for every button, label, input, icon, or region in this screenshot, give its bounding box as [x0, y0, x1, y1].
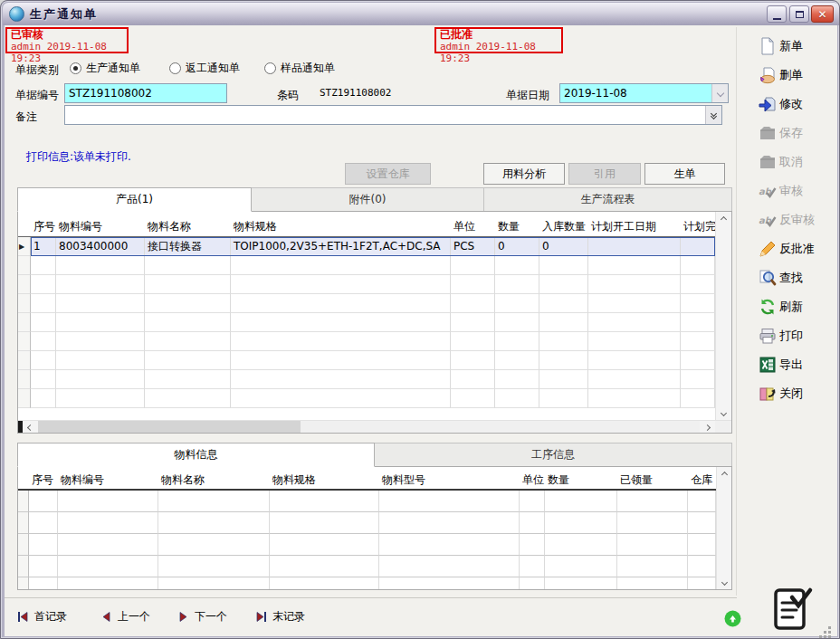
column-header: 已领量 [617, 472, 688, 488]
scrollbar-thumb[interactable] [38, 421, 301, 434]
close-button[interactable] [811, 5, 834, 23]
button-label: 生单 [674, 167, 696, 182]
cell [681, 389, 715, 408]
cell [588, 389, 681, 408]
cell [451, 351, 495, 370]
maximize-button[interactable] [789, 5, 809, 23]
last-record-button[interactable]: 末记录 [255, 609, 305, 625]
table-row[interactable]: 1 8003400000 接口转换器 TOIP1000,2V35+ETH-1F2… [18, 237, 715, 256]
new-order-button[interactable]: 新单 [754, 35, 835, 57]
cell [688, 577, 716, 589]
find-button[interactable]: 查找 [754, 267, 835, 289]
modify-button[interactable]: 修改 [754, 93, 835, 115]
tab-production-flow[interactable]: 生产流程表 [484, 187, 732, 212]
export-button[interactable]: 导出 [754, 354, 835, 376]
cell [688, 534, 716, 556]
cell [588, 275, 681, 294]
doc-date-dropdown-button[interactable] [711, 84, 728, 102]
close-icon [817, 8, 826, 21]
toolbar-label: 导出 [779, 357, 803, 373]
scroll-right-button[interactable] [700, 421, 715, 434]
unapprove-pencil-icon [758, 240, 777, 259]
cell [31, 256, 56, 275]
prev-record-icon [100, 611, 112, 623]
unapprove-button[interactable]: 反批准 [754, 238, 835, 260]
chevron-up-icon [721, 471, 727, 477]
vertical-scrollbar[interactable] [715, 212, 731, 420]
cell [270, 534, 379, 556]
cell [231, 256, 451, 275]
column-header: 入库数量 [539, 219, 588, 234]
remark-label: 备注 [15, 110, 37, 125]
prev-record-button[interactable]: 上一个 [100, 609, 150, 625]
titlebar[interactable]: 生产通知单 [3, 3, 839, 25]
chevron-left-icon [27, 424, 33, 431]
close-window-button[interactable]: 关闭 [754, 383, 835, 405]
doc-no-input[interactable]: STZ191108002 [64, 83, 227, 103]
cell [379, 577, 520, 589]
cell [231, 332, 451, 351]
scroll-left-button[interactable] [23, 421, 38, 434]
product-grid-header: 序号 物料编号 物料名称 物料规格 单位 数量 入库数量 计划开工日期 计划完工… [18, 217, 715, 237]
vertical-scrollbar[interactable] [716, 467, 731, 589]
tab-material-info[interactable]: 物料信息 [17, 443, 375, 467]
tab-attachment[interactable]: 附件(0) [252, 187, 484, 212]
cell [56, 351, 145, 370]
tab-label: 物料信息 [175, 447, 218, 463]
column-header: 物料型号 [379, 472, 520, 488]
chevron-down-icon [721, 409, 727, 415]
cell [31, 294, 56, 313]
cell [588, 351, 681, 370]
doc-date-label: 单据日期 [506, 88, 549, 103]
resize-grip[interactable] [828, 626, 831, 629]
tab-product[interactable]: 产品(1) [17, 187, 252, 212]
create-order-button[interactable]: 生单 [644, 163, 725, 185]
scroll-down-button[interactable] [716, 405, 731, 420]
table-row [18, 512, 716, 534]
cell [31, 332, 56, 351]
cell [29, 512, 58, 534]
next-record-button[interactable]: 下一个 [177, 609, 227, 625]
cell [495, 389, 539, 408]
cell [451, 294, 495, 313]
material-analysis-button[interactable]: 用料分析 [483, 163, 565, 185]
cell [539, 370, 588, 389]
first-record-icon [17, 611, 29, 623]
refresh-button[interactable]: 刷新 [754, 296, 835, 318]
cell [231, 389, 451, 408]
delete-order-button[interactable]: 删单 [754, 64, 835, 86]
cell [451, 275, 495, 294]
scroll-up-button[interactable] [717, 467, 731, 482]
cell [495, 256, 539, 275]
row-selector-cell [18, 534, 29, 556]
remark-expand-button[interactable] [705, 106, 721, 124]
cell [588, 332, 681, 351]
cell [145, 313, 231, 332]
scroll-up-button[interactable] [716, 212, 731, 226]
remark-input[interactable] [64, 105, 722, 125]
horizontal-scrollbar[interactable] [18, 420, 731, 434]
tab-process-info[interactable]: 工序信息 [375, 443, 732, 467]
nav-label: 上一个 [118, 609, 150, 625]
first-record-button[interactable]: 首记录 [17, 609, 67, 625]
print-button[interactable]: 打印 [754, 325, 835, 347]
cell-plan-start [588, 237, 681, 256]
radio-production-notice[interactable]: 生产通知单 [70, 61, 140, 75]
audit-icon: ab [758, 182, 777, 201]
client-area: 已审核 admin 2019-11-08 19:23 已批准 admin 201… [5, 25, 837, 636]
cell [520, 577, 545, 589]
search-icon [758, 269, 777, 288]
doc-date-combobox[interactable]: 2019-11-08 [559, 83, 729, 103]
cell [520, 491, 545, 512]
next-record-icon [177, 611, 189, 623]
cell [231, 370, 451, 389]
minimize-button[interactable] [767, 5, 787, 23]
cell [681, 256, 715, 275]
cell [145, 389, 231, 408]
save-button: 保存 [754, 122, 835, 144]
radio-sample-notice[interactable]: 样品通知单 [264, 61, 335, 75]
minimize-icon [773, 13, 781, 20]
maximize-icon [796, 11, 804, 18]
radio-rework-notice[interactable]: 返工通知单 [169, 61, 240, 75]
scroll-down-button[interactable] [717, 575, 731, 589]
